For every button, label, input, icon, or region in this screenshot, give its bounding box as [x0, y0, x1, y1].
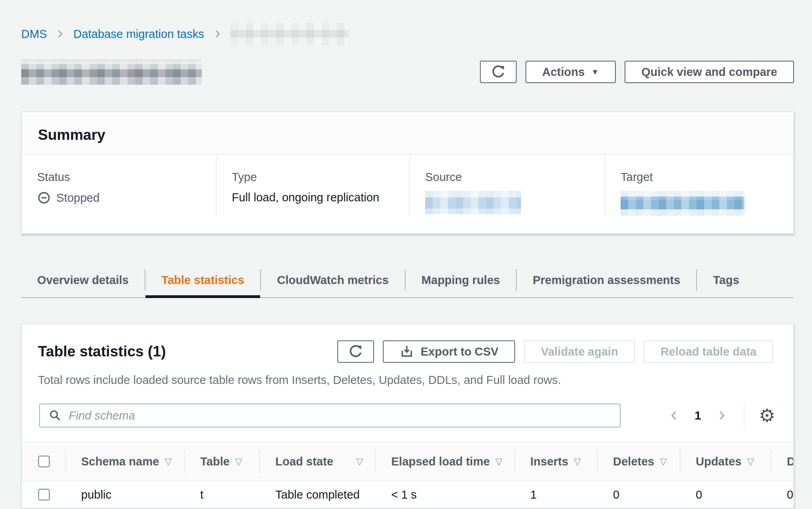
summary-status-column: Status Stopped: [22, 155, 216, 216]
cell-deletes: 0: [597, 481, 680, 508]
page-header: Actions ▼ Quick view and compare: [21, 59, 794, 85]
column-label: Updates: [696, 455, 741, 468]
column-header-table[interactable]: Table ▽: [184, 442, 259, 481]
export-csv-label: Export to CSV: [420, 345, 498, 358]
summary-card: Summary Status Stopped Type Full load,: [21, 111, 794, 234]
tab-table-statistics[interactable]: Table statistics: [145, 263, 260, 297]
column-header-inserts[interactable]: Inserts ▽: [514, 442, 597, 481]
search-icon: [48, 408, 62, 423]
column-label: Inserts: [530, 455, 568, 468]
table-card-actions: Export to CSV Validate again Reload tabl…: [337, 340, 773, 363]
summary-grid: Status Stopped Type Full load, ongoing r…: [22, 155, 793, 233]
schema-search-box: [39, 404, 621, 427]
row-checkbox[interactable]: [38, 489, 50, 501]
download-icon: [400, 344, 414, 359]
table-statistics-title: Table statistics (1): [38, 343, 166, 360]
filter-icon[interactable]: ▽: [660, 456, 667, 467]
cell-table: t: [184, 481, 259, 508]
filter-icon[interactable]: ▽: [165, 456, 172, 467]
filter-icon[interactable]: ▽: [574, 456, 581, 467]
column-label: Schema name: [81, 455, 159, 468]
filter-icon[interactable]: ▽: [496, 456, 503, 467]
type-label: Type: [232, 171, 400, 184]
breadcrumb: DMS Database migration tasks: [21, 22, 794, 46]
next-page-button[interactable]: [714, 408, 729, 423]
target-label: Target: [621, 171, 784, 184]
filter-icon[interactable]: ▽: [356, 456, 363, 467]
row-select-cell: [22, 481, 65, 508]
summary-type-column: Type Full load, ongoing replication: [216, 155, 409, 216]
status-text: Stopped: [56, 191, 100, 205]
chevron-right-icon: [212, 29, 223, 39]
column-header-schema-name[interactable]: Schema name ▽: [65, 442, 184, 481]
column-label: Deletes: [613, 455, 654, 468]
actions-menu-button[interactable]: Actions ▼: [525, 61, 616, 83]
column-label: Load state: [275, 455, 333, 468]
cell-ddls: 0: [771, 481, 794, 508]
pagination-divider: [744, 404, 744, 427]
tab-mapping-rules[interactable]: Mapping rules: [406, 263, 516, 297]
task-tabs: Overview details Table statistics CloudW…: [21, 263, 794, 298]
export-csv-button[interactable]: Export to CSV: [383, 340, 515, 363]
dms-task-page: DMS Database migration tasks Actions: [0, 0, 812, 509]
refresh-icon: [490, 64, 506, 80]
column-header-ddls[interactable]: DDLs: [771, 442, 794, 481]
table-toolbar: 1 ⚙: [22, 387, 793, 427]
cell-schema-name: public: [65, 481, 184, 508]
filter-icon[interactable]: ▽: [747, 456, 754, 467]
breadcrumb-link-migration-tasks[interactable]: Database migration tasks: [73, 28, 204, 41]
breadcrumb-current-redacted: [231, 23, 349, 45]
previous-page-button[interactable]: [667, 408, 682, 423]
caret-down-icon: ▼: [591, 68, 599, 76]
tab-cloudwatch-metrics[interactable]: CloudWatch metrics: [261, 263, 404, 297]
preferences-gear-button[interactable]: ⚙: [759, 406, 775, 425]
pagination: 1 ⚙: [667, 404, 775, 427]
filter-icon[interactable]: ▽: [235, 456, 243, 467]
select-all-checkbox[interactable]: [38, 455, 50, 467]
status-label: Status: [37, 171, 206, 184]
stopped-icon: [37, 191, 51, 205]
chevron-right-icon: [716, 410, 728, 422]
actions-label: Actions: [542, 66, 585, 79]
table-statistics-card: Table statistics (1): [21, 324, 794, 509]
header-actions: Actions ▼ Quick view and compare: [480, 61, 794, 83]
table-row[interactable]: public t Table completed < 1 s 1 0 0 0: [22, 481, 794, 508]
gear-icon: ⚙: [759, 405, 775, 426]
summary-source-column: Source: [409, 155, 605, 216]
source-value-redacted: [425, 191, 521, 214]
tab-overview-details[interactable]: Overview details: [21, 263, 145, 297]
cell-inserts: 1: [514, 481, 597, 508]
cell-updates: 0: [680, 481, 771, 508]
column-header-updates[interactable]: Updates ▽: [680, 442, 771, 481]
table-card-header: Table statistics (1): [22, 340, 793, 363]
reload-table-data-button[interactable]: Reload table data: [644, 340, 773, 363]
table-statistics-table: Schema name ▽ Table ▽ Load state ▽ Elaps…: [22, 441, 793, 508]
column-header-load-state[interactable]: Load state ▽: [259, 442, 375, 481]
chevron-left-icon: [668, 410, 680, 422]
search-input[interactable]: [69, 409, 612, 422]
column-header-elapsed-load-time[interactable]: Elapsed load time ▽: [375, 442, 514, 481]
table-refresh-button[interactable]: [337, 340, 374, 363]
cell-load-state: Table completed: [259, 481, 375, 508]
tab-tags[interactable]: Tags: [697, 263, 755, 297]
status-value: Stopped: [37, 191, 206, 205]
header-select-cell: [22, 442, 65, 481]
table-header-row: Schema name ▽ Table ▽ Load state ▽ Elaps…: [22, 441, 794, 481]
summary-title: Summary: [38, 127, 777, 143]
summary-card-header: Summary: [22, 112, 793, 155]
chevron-right-icon: [55, 29, 65, 39]
summary-target-column: Target: [605, 155, 793, 216]
source-label: Source: [425, 171, 595, 184]
column-label: Table: [200, 455, 230, 468]
column-label: DDLs: [787, 455, 794, 468]
refresh-button[interactable]: [480, 61, 517, 83]
breadcrumb-link-dms[interactable]: DMS: [21, 28, 47, 41]
column-label: Elapsed load time: [391, 455, 490, 468]
type-value: Full load, ongoing replication: [232, 191, 400, 204]
validate-again-button[interactable]: Validate again: [524, 340, 635, 363]
current-page-number[interactable]: 1: [692, 409, 704, 422]
column-header-deletes[interactable]: Deletes ▽: [597, 442, 680, 481]
target-value-redacted: [621, 191, 744, 216]
tab-premigration-assessments[interactable]: Premigration assessments: [517, 263, 696, 297]
quick-view-compare-button[interactable]: Quick view and compare: [625, 61, 794, 83]
